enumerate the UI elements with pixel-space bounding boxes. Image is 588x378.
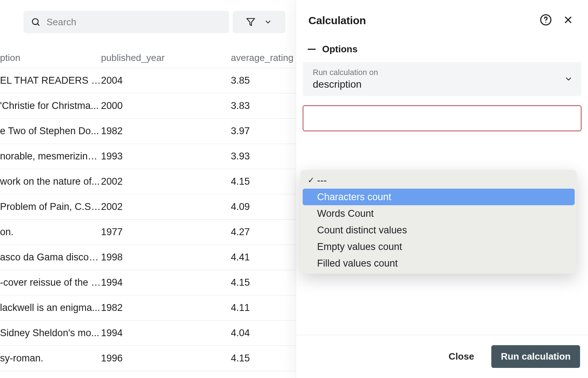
cell-published-year: 1977 [101, 227, 231, 238]
collapse-icon [308, 49, 316, 50]
cell-average-rating: 3.93 [231, 151, 296, 162]
calculation-type-select[interactable] [303, 105, 582, 131]
toolbar [17, 11, 296, 33]
table-row[interactable]: asco da Gama discov...19984.41 [0, 245, 296, 270]
table-row[interactable]: work on the nature of...20024.15 [0, 169, 296, 194]
calculation-dropdown[interactable]: ✓---Characters countWords CountCount dis… [300, 170, 577, 274]
calculation-panel: Calculation Options Run calculation on d… [296, 0, 588, 378]
close-icon [563, 14, 574, 25]
cell-published-year: 2004 [101, 75, 231, 86]
cell-published-year: 1994 [101, 328, 231, 339]
search-icon [31, 17, 41, 27]
cell-published-year: 1994 [101, 277, 231, 288]
dropdown-item[interactable]: ✓--- [303, 172, 575, 189]
cell-description: sy-roman. [0, 353, 101, 364]
cell-average-rating: 3.85 [231, 75, 296, 86]
run-calculation-button[interactable]: Run calculation [491, 345, 580, 368]
cell-published-year: 1982 [101, 302, 231, 313]
dropdown-item[interactable]: Empty values count [303, 238, 575, 255]
search-input[interactable] [47, 17, 222, 28]
dropdown-item-label: Empty values count [316, 241, 571, 252]
cell-description: on. [0, 227, 101, 238]
dropdown-item-label: --- [316, 175, 571, 186]
dropdown-item-label: Words Count [316, 208, 571, 219]
help-button[interactable] [537, 12, 554, 29]
cell-average-rating: 3.97 [231, 126, 296, 137]
svg-line-1 [38, 24, 39, 25]
cell-published-year: 2002 [101, 201, 231, 212]
table-row[interactable]: norable, mesmerizing ...19933.93 [0, 144, 296, 169]
table-row[interactable]: e Two of Stephen Do...19823.97 [0, 119, 296, 144]
run-on-value: description [313, 79, 564, 90]
cell-description: lackwell is an enigma... [0, 302, 101, 313]
cell-average-rating: 4.04 [231, 328, 296, 339]
run-on-label: Run calculation on [313, 68, 564, 77]
cell-average-rating: 4.11 [231, 302, 296, 313]
close-button[interactable]: Close [439, 345, 484, 368]
cell-description: EL THAT READERS a... [0, 75, 101, 86]
chevron-down-icon [264, 18, 272, 26]
cell-average-rating: 4.41 [231, 252, 296, 263]
cell-description: e Two of Stephen Do... [0, 126, 101, 137]
dropdown-item[interactable]: Count distinct values [303, 222, 575, 238]
help-icon [540, 14, 552, 26]
cell-average-rating: 3.83 [231, 100, 296, 111]
dropdown-item[interactable]: Words Count [303, 205, 575, 222]
table-row[interactable]: Problem of Pain, C.S....20024.09 [0, 194, 296, 220]
cell-average-rating: 4.15 [231, 353, 296, 364]
cell-published-year: 2002 [101, 176, 231, 187]
cell-description: 'Christie for Christma... [0, 100, 101, 111]
check-icon: ✓ [306, 176, 316, 185]
column-header-average-rating[interactable]: average_rating [231, 52, 296, 63]
filter-button[interactable] [233, 11, 285, 33]
options-title: Options [322, 44, 357, 55]
main-content: ption published_year average_rating EL T… [0, 0, 296, 378]
cell-average-rating: 4.09 [231, 201, 296, 212]
table-body: EL THAT READERS a...20043.85'Christie fo… [0, 68, 296, 371]
search-field[interactable] [23, 11, 229, 33]
dropdown-item-label: Characters count [316, 192, 571, 203]
cell-average-rating: 4.15 [231, 176, 296, 187]
table-row[interactable]: -cover reissue of the f...19944.15 [0, 270, 296, 295]
cell-description: asco da Gama discov... [0, 252, 101, 263]
cell-description: -cover reissue of the f... [0, 277, 101, 288]
data-table: ption published_year average_rating EL T… [0, 48, 296, 371]
cell-published-year: 1996 [101, 353, 231, 364]
dropdown-item[interactable]: Filled values count [303, 255, 575, 272]
column-header-description[interactable]: ption [0, 52, 101, 63]
table-row[interactable]: 'Christie for Christma...20003.83 [0, 93, 296, 119]
table-row[interactable]: EL THAT READERS a...20043.85 [0, 68, 296, 93]
cell-published-year: 1993 [101, 151, 231, 162]
table-header-row: ption published_year average_rating [0, 48, 296, 68]
table-row[interactable]: on.19774.27 [0, 220, 296, 245]
panel-body: Options Run calculation on description ✓… [296, 36, 588, 335]
cell-average-rating: 4.15 [231, 277, 296, 288]
cell-description: norable, mesmerizing ... [0, 151, 101, 162]
cell-published-year: 2000 [101, 100, 231, 111]
cell-description: Sidney Sheldon's mo... [0, 328, 101, 339]
close-panel-button[interactable] [561, 12, 576, 28]
panel-title: Calculation [308, 14, 531, 27]
cell-average-rating: 4.27 [231, 227, 296, 238]
cell-published-year: 1982 [101, 126, 231, 137]
dropdown-item-label: Filled values count [316, 258, 571, 269]
run-on-select[interactable]: Run calculation on description [303, 62, 582, 96]
svg-marker-2 [247, 18, 255, 26]
cell-published-year: 1998 [101, 252, 231, 263]
chevron-down-icon [564, 75, 573, 83]
panel-header: Calculation [296, 0, 588, 36]
cell-description: Problem of Pain, C.S.... [0, 201, 101, 212]
filter-icon [246, 17, 255, 27]
dropdown-item-label: Count distinct values [316, 225, 571, 236]
table-row[interactable]: lackwell is an enigma...19824.11 [0, 295, 296, 321]
panel-footer: Close Run calculation [296, 335, 588, 378]
column-header-published-year[interactable]: published_year [101, 52, 231, 63]
dropdown-item[interactable]: Characters count [303, 189, 575, 205]
cell-description: work on the nature of... [0, 176, 101, 187]
options-section-toggle[interactable]: Options [303, 44, 582, 55]
table-row[interactable]: Sidney Sheldon's mo...19944.04 [0, 321, 296, 346]
svg-point-0 [32, 19, 38, 25]
table-row[interactable]: sy-roman.19964.15 [0, 346, 296, 371]
